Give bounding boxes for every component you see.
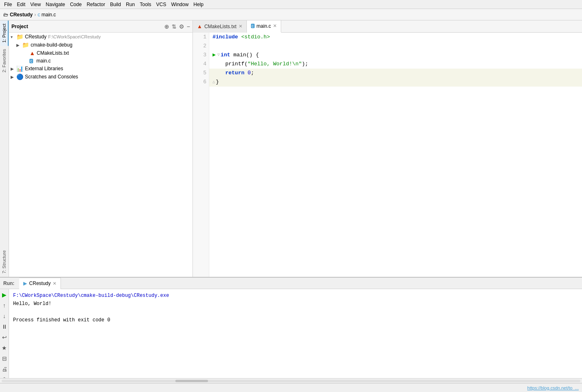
editor-content: 1 2 3 4 5 6 #include <stdio.h> ▶ ▽ int xyxy=(193,33,582,277)
line-numbers: 1 2 3 4 5 6 xyxy=(193,33,209,277)
tab-label-mainc: main.c xyxy=(257,23,271,29)
line-num-1: 1 xyxy=(193,33,206,42)
menu-help[interactable]: Help xyxy=(191,1,206,8)
c-file-icon: c xyxy=(29,59,33,63)
tab-close-cmakelists[interactable]: ✕ xyxy=(239,24,242,29)
tab-label-cmakelists: CMakeLists.txt xyxy=(204,24,237,29)
scrollbar-thumb[interactable] xyxy=(175,380,208,382)
status-bar: https://blog.csdn.net/to_... xyxy=(0,383,582,392)
bottom-tab-crestudy[interactable]: ▶ CRestudy ✕ xyxy=(19,278,61,289)
code-line-6: △ } xyxy=(209,78,582,87)
breadcrumb-file[interactable]: main.c xyxy=(42,12,56,18)
console-line-2: Hello, World! xyxy=(13,300,578,308)
console-line-3 xyxy=(13,308,578,316)
columns-icon[interactable]: ⊟ xyxy=(1,354,8,363)
code-line-1: #include <stdio.h> xyxy=(209,33,582,42)
minimize-icon[interactable]: − xyxy=(187,23,190,30)
editor-tabs: ▲ CMakeLists.txt ✕ c main.c ✕ xyxy=(193,20,582,33)
project-panel-title: Project xyxy=(11,24,164,29)
tree-label-root: CRestudy xyxy=(25,34,47,40)
tab-mainc[interactable]: c main.c ✕ xyxy=(247,20,281,33)
folder-icon-root: 📁 xyxy=(16,33,23,40)
code-area[interactable]: #include <stdio.h> ▶ ▽ int main () { pri… xyxy=(209,33,582,277)
breadcrumb-project[interactable]: CRestudy xyxy=(10,12,33,18)
code-string: "Hello, World!\n" xyxy=(248,60,302,69)
bottom-scrollbar xyxy=(0,378,582,383)
menu-tools[interactable]: Tools xyxy=(137,1,154,8)
tab-close-mainc[interactable]: ✕ xyxy=(273,23,277,29)
run-play-icon[interactable]: ▶ xyxy=(1,291,7,299)
globe-icon[interactable]: ⊕ xyxy=(164,23,169,30)
tree-scratches[interactable]: ▶ 🔵 Scratches and Consoles xyxy=(9,73,193,81)
bottom-panel: Run: ▶ CRestudy ✕ ▶ ↑ ↓ ⏸ ↩ ★ ⊟ 🖨 🗑 F:\C… xyxy=(0,277,582,383)
line-num-6: 6 xyxy=(193,78,206,87)
run-tab-label: CRestudy xyxy=(29,281,51,286)
scroll-down-icon[interactable]: ↓ xyxy=(2,312,7,320)
sidebar-tab-favorites[interactable]: 2: Favorites xyxy=(0,46,9,76)
cmake-tab-icon: ▲ xyxy=(197,23,202,29)
pause-icon[interactable]: ⏸ xyxy=(1,323,8,331)
console-output: F:\CWorkSpace\CRestudy\cmake-build-debug… xyxy=(9,289,582,378)
menu-window[interactable]: Window xyxy=(169,1,191,8)
code-line-4: printf ( "Hello, World!\n" ); xyxy=(209,60,582,69)
project-panel-header: Project ⊕ ⇅ ⚙ − xyxy=(9,20,193,33)
scrollbar-track[interactable] xyxy=(2,380,580,382)
menu-build[interactable]: Build xyxy=(107,1,123,8)
project-panel: Project ⊕ ⇅ ⚙ − ▾ 📁 CRestudy F:\CWorkSpa… xyxy=(9,20,193,277)
console-line-4: Process finished with exit code 0 xyxy=(13,316,578,324)
bottom-sidebar-icons: ▶ ↑ ↓ ⏸ ↩ ★ ⊟ 🖨 🗑 xyxy=(0,289,9,378)
tree-external-libs[interactable]: ▶ 📊 External Libraries xyxy=(9,65,193,73)
tree-label-scratches: Scratches and Consoles xyxy=(25,74,78,80)
tab-cmakelists[interactable]: ▲ CMakeLists.txt ✕ xyxy=(193,20,247,33)
tree-cmake-build[interactable]: ▶ 📁 cmake-build-debug xyxy=(9,41,193,49)
menu-vcs[interactable]: VCS xyxy=(154,1,169,8)
breadcrumb-separator: › xyxy=(34,12,36,18)
menu-refactor[interactable]: Refactor xyxy=(84,1,107,8)
tree-label-cmake-build: cmake-build-debug xyxy=(31,42,72,48)
line-num-3: 3 xyxy=(193,51,206,60)
tree-arrow-cmake-build: ▶ xyxy=(16,43,22,47)
sort-icon[interactable]: ⇅ xyxy=(172,23,177,30)
tree-arrow-root: ▾ xyxy=(11,35,16,39)
fold-icon-6: △ xyxy=(213,78,215,87)
tree-mainc[interactable]: c main.c xyxy=(9,57,193,65)
menu-navigate[interactable]: Navigate xyxy=(43,1,67,8)
print-icon[interactable]: 🖨 xyxy=(1,365,8,373)
run-tab-close[interactable]: ✕ xyxy=(53,281,56,286)
line-num-5: 5 xyxy=(193,69,206,78)
tree-cmakelists[interactable]: ▲ CMakeLists.txt xyxy=(9,49,193,57)
tree-arrow-ext-libs: ▶ xyxy=(11,67,16,71)
tree-root[interactable]: ▾ 📁 CRestudy F:\CWorkSpace\CRestudy xyxy=(9,33,193,41)
line-num-4: 4 xyxy=(193,60,206,69)
code-line-5: return 0 ; xyxy=(209,69,582,78)
editor-area: ▲ CMakeLists.txt ✕ c main.c ✕ 1 2 3 4 5 … xyxy=(193,20,582,277)
menu-view[interactable]: View xyxy=(28,1,43,8)
panel-header-icons: ⊕ ⇅ ⚙ − xyxy=(164,23,190,30)
code-return: return xyxy=(225,69,244,78)
run-arrow-icon: ▶ xyxy=(213,51,216,60)
sidebar-tab-project[interactable]: 1: Project xyxy=(0,20,9,46)
scroll-up-icon[interactable]: ↑ xyxy=(2,301,7,310)
c-tab-icon: c xyxy=(251,24,255,28)
line-num-2: 2 xyxy=(193,42,206,51)
menu-run[interactable]: Run xyxy=(123,1,137,8)
code-include-file: <stdio.h> xyxy=(241,33,270,42)
sidebar-tab-structure[interactable]: 7: Structure xyxy=(0,247,9,277)
tree-label-cmakelists: CMakeLists.txt xyxy=(37,50,69,56)
console-line-1: F:\CWorkSpace\CRestudy\cmake-build-debug… xyxy=(13,292,578,300)
code-printf: printf xyxy=(225,60,244,69)
bottom-content: ▶ ↑ ↓ ⏸ ↩ ★ ⊟ 🖨 🗑 F:\CWorkSpace\CRestudy… xyxy=(0,289,582,378)
scratch-icon: 🔵 xyxy=(16,74,23,80)
menu-code[interactable]: Code xyxy=(67,1,84,8)
settings-icon[interactable]: ⚙ xyxy=(179,23,184,30)
run-label: Run: xyxy=(2,281,16,286)
menu-file[interactable]: File xyxy=(2,1,14,8)
status-url[interactable]: https://blog.csdn.net/to_... xyxy=(527,385,579,390)
code-main: main xyxy=(233,51,246,60)
star-icon[interactable]: ★ xyxy=(1,344,8,352)
tree-sublabel-root: F:\CWorkSpace\CRestudy xyxy=(48,34,101,39)
wrap-icon[interactable]: ↩ xyxy=(1,333,8,341)
bottom-tabs-bar: Run: ▶ CRestudy ✕ xyxy=(0,278,582,289)
cmake-icon: ▲ xyxy=(29,50,35,56)
menu-edit[interactable]: Edit xyxy=(14,1,28,8)
